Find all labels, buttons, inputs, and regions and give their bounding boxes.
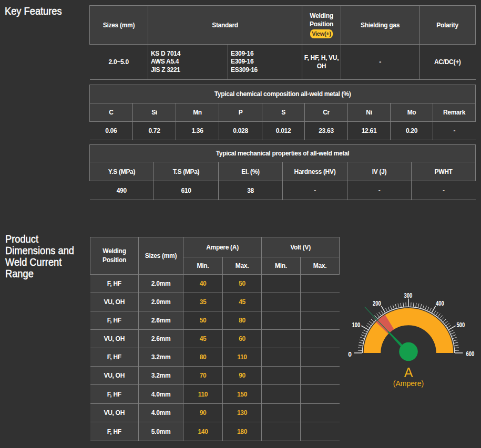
svg-text:300: 300 [404,292,413,299]
svg-text:100: 100 [352,321,361,329]
svg-text:400: 400 [436,300,444,307]
svg-text:500: 500 [457,321,465,329]
svg-text:0: 0 [348,351,352,358]
svg-text:(Ampere): (Ampere) [393,379,424,388]
svg-text:200: 200 [373,300,381,307]
svg-text:A: A [404,365,413,380]
svg-text:600: 600 [466,350,475,358]
